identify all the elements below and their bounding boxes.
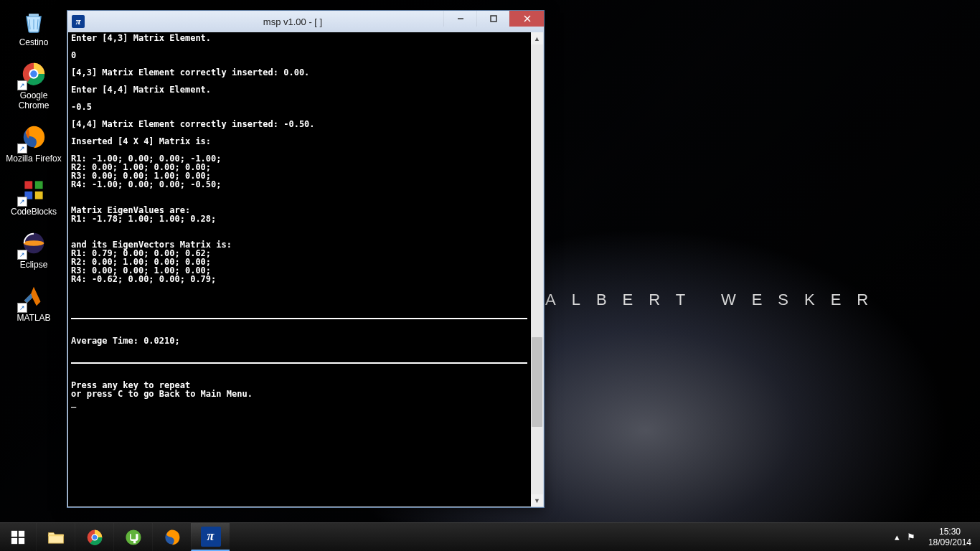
console-line: R1: -1.78; 1.00; 1.00; 0.28;	[71, 214, 216, 224]
console-area: Enter [4,3] Matrix Element. 0 [4,3] Matr…	[68, 32, 543, 507]
svg-rect-17	[11, 537, 17, 543]
taskbar: π ▴ ⚑ 15:30 18/09/2014	[0, 522, 980, 551]
console-line: [4,4] Matrix Element correctly inserted:…	[71, 119, 315, 129]
firefox-icon	[162, 527, 182, 547]
tray-flag-icon[interactable]: ⚑	[907, 532, 915, 542]
console-rule	[71, 362, 527, 364]
svg-rect-15	[11, 530, 17, 536]
console-avg-time: Average Time: 0.0210;	[71, 336, 180, 346]
console-footer-line: or press C to go Back to Main Menu.	[71, 389, 253, 399]
scroll-thumb[interactable]	[532, 337, 542, 427]
taskbar-item-msp[interactable]: π	[191, 523, 230, 551]
clock-time: 15:30	[928, 527, 971, 537]
firefox-icon: ↗	[19, 122, 49, 152]
desktop-icon-codeblocks[interactable]: ↗ CodeBlocks	[6, 175, 62, 217]
scroll-down-button[interactable]: ▼	[531, 494, 543, 507]
svg-point-22	[92, 534, 97, 540]
console-line: Enter [4,3] Matrix Element.	[71, 33, 211, 43]
system-tray: ▴ ⚑ 15:30 18/09/2014	[895, 523, 980, 551]
utorrent-icon	[123, 527, 143, 547]
console-line: [4,3] Matrix Element correctly inserted:…	[71, 67, 309, 77]
chrome-icon: ↗	[19, 59, 49, 89]
svg-rect-18	[19, 537, 24, 543]
windows-logo-icon	[10, 529, 26, 545]
console-line: Inserted [4 X 4] Matrix is:	[71, 136, 211, 146]
maximize-button[interactable]	[476, 11, 509, 27]
desktop-icon-google-chrome[interactable]: ↗ Google Chrome	[6, 59, 62, 110]
console-line: R4: -0.62; 0.00; 0.00; 0.79;	[71, 274, 216, 284]
window-controls	[443, 11, 544, 27]
desktop-icon-grid: Cestino ↗ Google Chrome ↗ Mozilla Firefo…	[6, 6, 62, 323]
console-line: 0	[71, 50, 76, 60]
taskbar-clock[interactable]: 15:30 18/09/2014	[923, 527, 977, 548]
shortcut-arrow-icon: ↗	[17, 250, 27, 260]
shortcut-arrow-icon: ↗	[17, 80, 27, 90]
window-titlebar[interactable]: π msp v1.00 - [ ]	[67, 11, 544, 32]
svg-point-3	[30, 70, 37, 77]
svg-rect-12	[491, 16, 496, 22]
taskbar-item-file-explorer[interactable]	[36, 523, 75, 551]
desktop-icon-eclipse[interactable]: ↗ Eclipse	[6, 228, 62, 270]
taskbar-item-utorrent[interactable]	[113, 523, 152, 551]
desktop-icon-mozilla-firefox[interactable]: ↗ Mozilla Firefox	[6, 122, 62, 164]
taskbar-item-chrome[interactable]	[75, 523, 113, 551]
wallpaper-caption: ALBERT WESKER	[545, 291, 884, 309]
shortcut-arrow-icon: ↗	[17, 197, 27, 207]
eclipse-icon: ↗	[19, 228, 49, 258]
desktop-icon-matlab[interactable]: ↗ MATLAB	[6, 281, 62, 323]
clock-date: 18/09/2014	[928, 537, 971, 548]
file-explorer-icon	[46, 527, 66, 547]
close-button[interactable]	[509, 11, 544, 27]
console-cursor: _	[71, 397, 76, 408]
console-line: -0.5	[71, 102, 92, 112]
shortcut-arrow-icon: ↗	[17, 303, 27, 313]
tray-chevron-up-icon[interactable]: ▴	[895, 532, 900, 542]
app-icon: π	[201, 527, 221, 547]
console-line: Enter [4,4] Matrix Element.	[71, 85, 211, 95]
start-button[interactable]	[0, 523, 36, 551]
minimize-button[interactable]	[443, 11, 476, 27]
svg-rect-8	[35, 192, 43, 199]
svg-rect-5	[24, 181, 32, 189]
svg-point-10	[24, 240, 44, 246]
vertical-scrollbar[interactable]: ▲ ▼	[531, 32, 543, 507]
codeblocks-icon: ↗	[19, 175, 49, 205]
svg-rect-19	[48, 534, 63, 535]
taskbar-item-firefox[interactable]	[152, 523, 191, 551]
console-line: R4: -1.00; 0.00; 0.00; -0.50;	[71, 179, 222, 189]
shortcut-arrow-icon: ↗	[17, 143, 27, 154]
svg-rect-6	[35, 181, 43, 189]
scroll-up-button[interactable]: ▲	[531, 32, 543, 44]
svg-rect-0	[29, 14, 39, 17]
svg-rect-16	[19, 530, 24, 536]
console-rule	[71, 318, 527, 319]
matlab-icon: ↗	[19, 281, 49, 311]
app-window: π msp v1.00 - [ ] Enter [4,3] Matrix Ele…	[67, 10, 545, 508]
scroll-track[interactable]	[531, 44, 543, 494]
console-output[interactable]: Enter [4,3] Matrix Element. 0 [4,3] Matr…	[68, 32, 531, 507]
chrome-icon	[85, 527, 105, 547]
